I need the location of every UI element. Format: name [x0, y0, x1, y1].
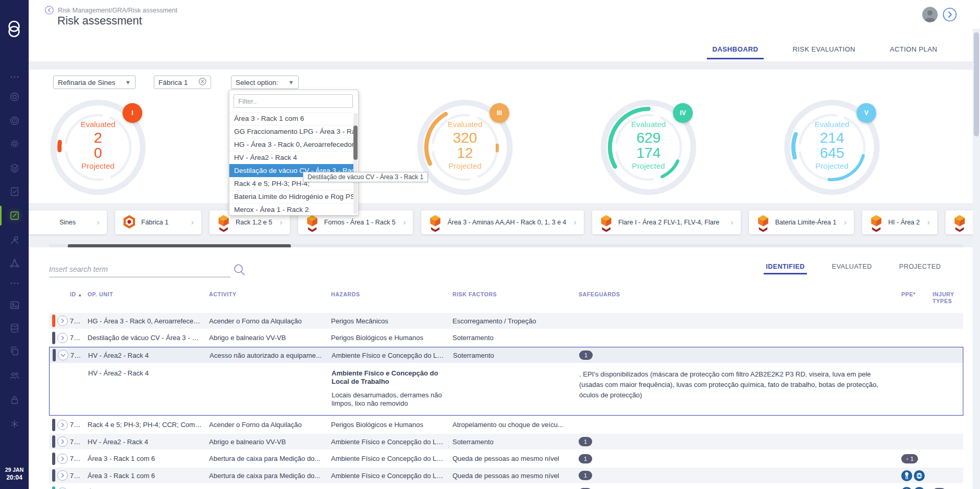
sidebar-item-layers-4[interactable]: [9, 162, 20, 174]
table-row-7445[interactable]: 7445HV - Área2 - Rack 4Abrigo e balneari…: [49, 434, 963, 449]
table-row-7436[interactable]: 7436Área 3 - Rack 1 com 6Abertura de cai…: [49, 468, 963, 483]
sidebar-item-copy-12[interactable]: [9, 345, 20, 357]
column-header-risk-factors[interactable]: RISK FACTORS: [452, 291, 579, 298]
unit-card-label: Fornos - Área 1 - Rack 5: [324, 219, 396, 226]
expand-row-icon[interactable]: [57, 333, 68, 343]
breadcrumb-back-icon[interactable]: [45, 6, 54, 15]
unit-card-sines[interactable]: Sines›: [29, 210, 107, 234]
safeguards-count-badge: 1: [579, 437, 592, 446]
unit-cube-icon: [953, 215, 966, 231]
unit-cards-strip: Sines›Fábrica 1›Rack 1,2 e 5›Fornos - Ár…: [29, 203, 980, 247]
table-row-7437[interactable]: 7437Área 3 - Rack 1 com 6Abertura de cai…: [49, 451, 963, 467]
sidebar-item-molecule-15[interactable]: [9, 418, 20, 430]
cell-ppe: [901, 487, 933, 489]
table-tab-evaluated[interactable]: EVALUATED: [832, 263, 872, 274]
expand-row-icon[interactable]: [57, 420, 68, 430]
dropdown-scrollbar-thumb[interactable]: [353, 126, 358, 160]
column-header-id[interactable]: ID ▲: [70, 291, 88, 298]
sidebar-item-lock-14[interactable]: [9, 394, 20, 406]
chevron-right-icon: ›: [566, 217, 577, 228]
clear-filter-icon[interactable]: [199, 78, 206, 87]
table-tab-identified[interactable]: IDENTIFIED: [766, 263, 804, 274]
sidebar-item-tools-7[interactable]: [9, 234, 20, 246]
sidebar-item-ellipsis-9[interactable]: [9, 278, 20, 289]
row-expand-cell: [57, 436, 70, 447]
user-avatar[interactable]: [922, 7, 938, 22]
column-header-ppe-[interactable]: PPE*: [901, 291, 933, 298]
column-header-op-unit[interactable]: OP. UNIT: [88, 291, 209, 298]
sidebar-item-edit-6[interactable]: [9, 210, 20, 221]
tab-dashboard[interactable]: DASHBOARD: [709, 38, 761, 60]
dropdown-option[interactable]: Merox - Área 1 - Rack 2: [229, 203, 353, 216]
cell-id: 7436: [70, 472, 88, 480]
expand-row-icon[interactable]: [57, 436, 68, 447]
vertical-scrollbar-thumb[interactable]: [974, 32, 979, 136]
dropdown-option[interactable]: Área 3 - Rack 1 com 6: [229, 112, 353, 125]
risk-level-indicator: [52, 453, 55, 465]
table-row-7449[interactable]: 7449HG - Área 3 - Rack 0, Aeroarrefeced.…: [49, 313, 963, 329]
chevron-right-circle-icon[interactable]: [942, 7, 957, 22]
column-header-hazards[interactable]: HAZARDS: [331, 291, 452, 298]
search-input[interactable]: [49, 262, 211, 277]
search-icon[interactable]: [232, 263, 246, 277]
unit-card-flare-i-rea-2-flv-1-flv-4-flare[interactable]: Flare I - Área 2 FLV-1, FLV-4, Flare›: [592, 210, 741, 234]
cell-risk-factors: Queda de pessoas ao mesmo nível: [452, 472, 579, 480]
table-row-7425[interactable]: 7425Área 3 - Rack 1 com 6Verificação de …: [49, 485, 963, 489]
sidebar-item-users-13[interactable]: [9, 370, 20, 381]
expand-row-icon[interactable]: [57, 470, 68, 481]
gauge-badge-I: I: [123, 103, 142, 123]
sidebar-item-audit-5[interactable]: [9, 186, 20, 197]
sidebar-item-image-10[interactable]: [9, 299, 20, 311]
cell-safeguards: 1: [579, 437, 901, 446]
tab-action-plan[interactable]: ACTION PLAN: [887, 38, 940, 60]
sidebar-item-network-8[interactable]: [9, 258, 20, 269]
table-tab-projected[interactable]: PROJECTED: [899, 263, 941, 274]
app-logo-icon[interactable]: [5, 19, 23, 40]
sidebar-item-database-11[interactable]: [9, 322, 20, 334]
unit-card-hi-rea-2[interactable]: HI - Área 2›: [862, 210, 937, 234]
unit-card-f-brica-1[interactable]: Fábrica 1›: [115, 210, 201, 234]
sort-ascending-icon[interactable]: ▲: [78, 293, 82, 297]
sidebar-item-ellipsis-0[interactable]: [9, 71, 20, 83]
dropdown-option[interactable]: GG Fraccionamento LPG - Área 3 - Rack: [229, 125, 353, 138]
column-header-safeguards[interactable]: SAFEGUARDS: [579, 291, 901, 298]
dropdown-filter-input[interactable]: [234, 94, 353, 108]
table-row-7448[interactable]: 7448Destilação de vácuo CV - Área 3 - R.…: [49, 330, 963, 346]
dropdown-option[interactable]: HG - Área 3 - Rack 0, Aeroarrefecedores: [229, 138, 353, 151]
plant-select[interactable]: Fábrica 1: [154, 76, 211, 89]
cell-id: 7446: [70, 421, 88, 429]
unit-select[interactable]: Select option: ▼: [231, 76, 299, 89]
row-indicator-cell: [50, 349, 58, 361]
breadcrumb[interactable]: Risk Management/GRA/Risk assessment: [58, 7, 177, 14]
table-header: ID ▲OP. UNITACTIVITYHAZARDSRISK FACTORSS…: [49, 291, 963, 305]
column-header-injury-types[interactable]: INJURY TYPES: [933, 291, 963, 305]
unit-card--rea-3-aminas-aa-ah-rack-0-1-3-e-4[interactable]: Área 3 - Aminas AA,AH - Rack 0, 1, 3 e 4…: [421, 210, 584, 234]
expand-row-icon[interactable]: [57, 316, 68, 326]
vertical-scrollbar[interactable]: [973, 29, 980, 489]
sidebar-item-rings-1[interactable]: [9, 91, 20, 103]
cell-hazards: Ambiente Físico e Concepção do Lo...: [331, 455, 452, 462]
dropdown-option[interactable]: Bateria Limite do Hidrogénio e Rog PSA: [229, 190, 353, 203]
option-tooltip: Destilação de vácuo CV - Área 3 - Rack 1: [303, 172, 428, 182]
tab-risk-evaluation[interactable]: RISK EVALUATION: [790, 38, 859, 60]
unit-card-bateria-limite-rea-1[interactable]: Bateria Limite-Área 1›: [749, 210, 854, 234]
dropdown-option[interactable]: HV - Área2 - Rack 4: [229, 151, 353, 164]
collapse-row-icon[interactable]: [58, 350, 68, 360]
expand-row-icon[interactable]: [57, 487, 68, 489]
sidebar-item-target-2[interactable]: [9, 115, 20, 127]
cell-activity: Acender o Forno da Alquilação: [209, 421, 331, 429]
column-header-activity[interactable]: ACTIVITY: [209, 291, 331, 298]
sidebar-datetime: 29 JAN 20:04: [0, 466, 29, 482]
cell-risk-factors: Atropelamento ou choque de veícu...: [452, 421, 579, 429]
gauge-badge-III: III: [489, 103, 509, 123]
table-row-7446[interactable]: 7446Rack 4 e 5; PH-3; PH-4; CCR; Compr..…: [49, 417, 963, 433]
table-row-7447[interactable]: 7447HV - Área2 - Rack 4Acesso não autori…: [50, 347, 963, 363]
dropdown-scrollbar[interactable]: [353, 113, 358, 214]
selected-row-block[interactable]: 7447HV - Área2 - Rack 4Acesso não autori…: [49, 347, 963, 416]
sidebar-item-gear-3[interactable]: [9, 138, 20, 149]
unit-cube-icon: [305, 215, 319, 231]
header-actions: [922, 7, 957, 22]
expand-row-icon[interactable]: [57, 454, 68, 464]
risk-level-indicator: [52, 435, 55, 448]
refinery-select[interactable]: Refinaria de Sines ▼: [53, 76, 136, 89]
